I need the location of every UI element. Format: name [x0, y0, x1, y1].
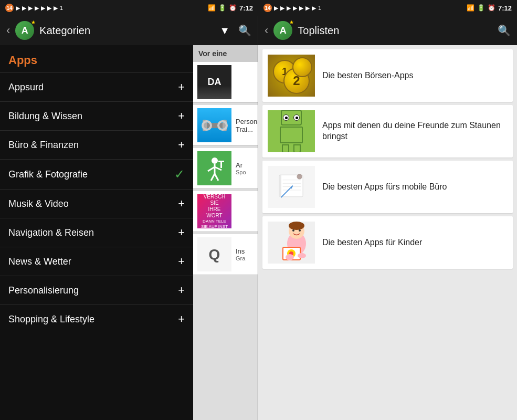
- preview-thumb-phone: VERSCH SIE IHRE WORT DANN TELE SIE AUF I…: [197, 194, 231, 228]
- category-label-musik: Musik & Video: [8, 198, 69, 209]
- kinder-svg: [268, 222, 315, 264]
- calendar-icon: 1: [60, 5, 63, 11]
- preview-cat-q: Gra: [236, 255, 254, 261]
- kinder-visual: [268, 222, 315, 264]
- toplisten-title-freunde: Apps mit denen du deine Freunde zum Stau…: [322, 120, 508, 142]
- preview-thumb-da: DA: [197, 65, 231, 99]
- preview-panel: Vor eine DA: [193, 45, 258, 420]
- robot-visual: [268, 110, 315, 152]
- notif-icon-4: ▶: [35, 5, 39, 12]
- category-item-shopping[interactable]: Shopping & Lifestyle +: [0, 304, 193, 333]
- toplisten-item-freunde[interactable]: Apps mit denen du deine Freunde zum Stau…: [262, 105, 513, 158]
- category-label-appsurd: Appsurd: [8, 82, 44, 93]
- preview-cat-sport: Spo: [236, 169, 254, 175]
- toplisten-title-kinder: Die besten Apps für Kinder: [322, 237, 422, 248]
- left-header-title: Kategorien: [39, 25, 214, 37]
- q-visual: Q: [197, 237, 231, 271]
- search-icon-left[interactable]: 🔍: [238, 24, 251, 37]
- left-header: ‹ A ★ Kategorien ▼ 🔍: [0, 16, 258, 45]
- robot-eye-left: [283, 114, 289, 121]
- category-plus-musik: +: [178, 197, 185, 211]
- r-alarm-icon: ⏰: [488, 4, 495, 12]
- toplisten-thumb-freunde: [268, 110, 315, 152]
- category-label-shopping: Shopping & Lifestyle: [8, 314, 94, 325]
- category-plus-personalisierung: +: [178, 284, 185, 297]
- r-notif-icon-1: ▶: [274, 5, 278, 12]
- toplisten-title-borsen: Die besten Börsen-Apps: [322, 70, 413, 81]
- r-notif-icon-7: ▶: [312, 5, 316, 12]
- gym-visual: [197, 108, 231, 142]
- category-item-musik[interactable]: Musik & Video +: [0, 189, 193, 218]
- logo-star-r: ★: [289, 19, 294, 25]
- r-signal-icon: 📶: [467, 4, 474, 12]
- category-item-buro[interactable]: Büro & Finanzen +: [0, 130, 193, 159]
- sport-visual: [197, 151, 231, 185]
- svg-point-25: [292, 229, 294, 232]
- svg-line-10: [215, 174, 218, 181]
- notif-icon-6: ▶: [47, 5, 51, 12]
- notif-icon-3: ▶: [28, 5, 33, 12]
- notif-icon-5: ▶: [41, 5, 45, 12]
- svg-rect-0: [204, 123, 225, 128]
- category-plus-appsurd: +: [178, 80, 185, 94]
- app-logo-right: A ★: [273, 21, 292, 40]
- toplisten-list: 1 2 Die besten Börsen-Apps: [258, 45, 517, 420]
- preview-text-q: Ins Gra: [236, 247, 254, 261]
- preview-item-da[interactable]: DA: [193, 62, 258, 103]
- preview-text-gym: Personal Trai...: [236, 118, 258, 133]
- notification-badge: 14: [5, 4, 14, 12]
- notebook-svg: [276, 173, 307, 200]
- preview-header: Vor eine: [193, 45, 258, 62]
- toplisten-item-buro[interactable]: Die besten Apps fürs mobile Büro: [262, 161, 513, 213]
- robot-torso: [280, 127, 303, 143]
- preview-thumb-gym: [197, 108, 231, 142]
- category-item-appsurd[interactable]: Appsurd +: [0, 72, 193, 101]
- left-header-actions: ▼ 🔍: [219, 24, 251, 37]
- category-label-bildung: Bildung & Wissen: [8, 111, 82, 122]
- robot-legs: [282, 144, 301, 152]
- r-notif-icon-4: ▶: [293, 5, 297, 12]
- robot-head: [281, 110, 302, 125]
- category-label-grafik: Grafik & Fotografie: [8, 169, 88, 180]
- category-label-navigation: Navigation & Reisen: [8, 227, 94, 238]
- back-button-right[interactable]: ‹: [265, 24, 268, 37]
- svg-point-31: [286, 254, 294, 260]
- svg-line-9: [211, 174, 215, 181]
- filter-icon[interactable]: ▼: [219, 25, 230, 37]
- right-header: ‹ A ★ Toplisten 🔍: [258, 16, 517, 45]
- toplisten-title-buro: Die besten Apps fürs mobile Büro: [322, 182, 447, 193]
- preview-item-sport[interactable]: Ar Spo: [193, 148, 258, 189]
- svg-rect-14: [280, 175, 282, 197]
- category-item-bildung[interactable]: Bildung & Wissen +: [0, 101, 193, 130]
- category-label-personalisierung: Personalisierung: [8, 285, 79, 296]
- r-notif-icon-2: ▶: [280, 5, 284, 12]
- r-notif-icon-3: ▶: [287, 5, 291, 12]
- preview-item-q[interactable]: Q Ins Gra: [193, 234, 258, 275]
- category-label-buro: Büro & Finanzen: [8, 140, 79, 151]
- category-item-news[interactable]: News & Wetter +: [0, 247, 193, 276]
- right-header-title: Toplisten: [298, 25, 492, 37]
- preview-item-phone[interactable]: VERSCH SIE IHRE WORT DANN TELE SIE AUF I…: [193, 191, 258, 232]
- time-display: 7:12: [239, 4, 253, 12]
- category-item-navigation[interactable]: Navigation & Reisen +: [0, 218, 193, 247]
- r-notif-icon-6: ▶: [305, 5, 310, 12]
- svg-point-26: [299, 229, 301, 232]
- da-visual: DA: [197, 65, 231, 99]
- logo-letter-r: A: [280, 25, 287, 36]
- category-label-news: News & Wetter: [8, 256, 71, 267]
- robot-leg-left: [282, 144, 289, 152]
- search-icon-right[interactable]: 🔍: [498, 24, 511, 37]
- preview-item-gym[interactable]: Personal Trai...: [193, 105, 258, 146]
- toplisten-item-kinder[interactable]: Die besten Apps für Kinder: [262, 216, 513, 269]
- r-battery-icon: 🔋: [477, 4, 485, 12]
- category-check-grafik: ✓: [174, 167, 185, 182]
- back-button-left[interactable]: ‹: [6, 24, 10, 37]
- logo-star: ★: [31, 19, 36, 25]
- category-item-grafik[interactable]: Grafik & Fotografie ✓: [0, 159, 193, 189]
- category-item-personalisierung[interactable]: Personalisierung +: [0, 276, 193, 304]
- toplisten-thumb-buro: [268, 166, 315, 208]
- toplisten-item-borsen[interactable]: 1 2 Die besten Börsen-Apps: [262, 49, 513, 102]
- status-bar-right: 14 ▶ ▶ ▶ ▶ ▶ ▶ ▶ 1 📶 🔋 ⏰ 7:12: [258, 0, 517, 16]
- status-bar-left: 14 ▶ ▶ ▶ ▶ ▶ ▶ ▶ 1 📶 🔋 ⏰ 7:12: [0, 0, 258, 16]
- notification-badge-r: 14: [263, 4, 272, 12]
